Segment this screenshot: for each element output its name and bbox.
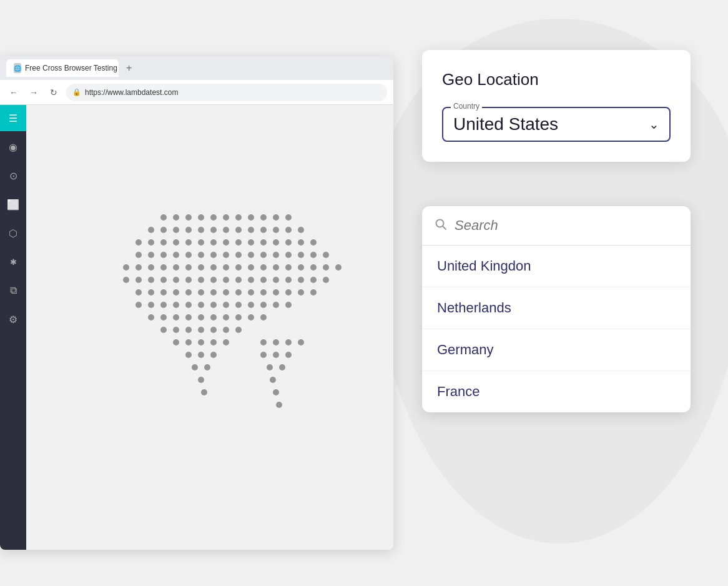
svg-point-83	[248, 277, 254, 283]
dropdown-item-uk[interactable]: United Kingdon	[422, 246, 691, 287]
svg-point-62	[210, 264, 217, 271]
dropdown-search-container	[422, 206, 691, 246]
browser-content	[26, 105, 393, 550]
svg-point-26	[160, 239, 167, 246]
svg-point-60	[185, 264, 192, 271]
address-bar[interactable]: 🔒 https://www.lambdatest.com	[66, 84, 387, 101]
svg-point-12	[160, 227, 167, 233]
svg-point-159	[436, 219, 444, 227]
sidebar-item-box[interactable]: ⬡	[0, 220, 26, 246]
country-select-wrapper[interactable]: Country United States ⌄	[442, 107, 671, 142]
svg-point-110	[198, 302, 204, 308]
svg-point-150	[192, 364, 198, 370]
layers-icon: ⧉	[10, 285, 17, 296]
lock-icon: 🔒	[72, 88, 81, 96]
svg-point-28	[185, 239, 192, 246]
country-search-input[interactable]	[455, 217, 678, 234]
browser-titlebar: 🌐 Free Cross Browser Testing Clou... ✕ +	[0, 56, 393, 80]
svg-point-22	[285, 227, 292, 233]
sidebar-item-layers[interactable]: ⧉	[0, 277, 26, 304]
svg-point-116	[273, 302, 279, 308]
svg-point-109	[185, 302, 192, 308]
svg-point-143	[298, 339, 304, 345]
browser-tab[interactable]: 🌐 Free Cross Browser Testing Clou... ✕	[6, 59, 119, 77]
svg-point-95	[198, 289, 204, 295]
svg-point-155	[270, 377, 276, 383]
dropdown-item-france[interactable]: France	[422, 371, 691, 412]
svg-point-49	[260, 252, 267, 258]
country-dropdown-list: United Kingdon Netherlands Germany Franc…	[422, 246, 691, 412]
svg-point-91	[148, 289, 154, 295]
svg-point-25	[148, 239, 154, 246]
svg-point-115	[260, 302, 267, 308]
svg-point-123	[210, 314, 217, 320]
clock-icon: ⊙	[9, 170, 17, 182]
svg-point-100	[260, 289, 267, 295]
svg-point-136	[185, 339, 192, 345]
new-tab-button[interactable]: +	[126, 62, 132, 74]
svg-point-79	[198, 277, 204, 283]
svg-point-45	[210, 252, 217, 258]
country-select[interactable]: United States ⌄	[453, 114, 659, 134]
svg-point-156	[201, 389, 207, 395]
svg-point-35	[273, 239, 279, 246]
svg-point-21	[273, 227, 279, 233]
forward-button[interactable]: →	[26, 85, 41, 100]
svg-point-89	[323, 277, 329, 283]
svg-point-8	[260, 214, 267, 221]
svg-point-36	[285, 239, 292, 246]
svg-point-90	[135, 289, 142, 295]
svg-point-10	[285, 214, 292, 221]
svg-point-118	[148, 314, 154, 320]
svg-point-34	[260, 239, 267, 246]
svg-point-4	[210, 214, 217, 221]
country-name-germany: Germany	[437, 342, 493, 357]
country-label: Country	[451, 102, 482, 111]
sidebar-item-bug[interactable]: ✱	[0, 249, 26, 275]
back-button[interactable]: ←	[6, 85, 21, 100]
svg-point-88	[310, 277, 317, 283]
svg-point-47	[235, 252, 242, 258]
sidebar-item-settings[interactable]: ⚙	[0, 306, 26, 332]
bug-icon: ✱	[10, 257, 17, 267]
svg-point-31	[223, 239, 229, 246]
svg-point-80	[210, 277, 217, 283]
svg-point-121	[185, 314, 192, 320]
sidebar-item-screenshot[interactable]: ⬜	[0, 191, 26, 217]
svg-point-74	[135, 277, 142, 283]
svg-point-46	[223, 252, 229, 258]
dropdown-item-netherlands[interactable]: Netherlands	[422, 287, 691, 329]
svg-point-20	[260, 227, 267, 233]
svg-point-99	[248, 289, 254, 295]
svg-point-9	[273, 214, 279, 221]
sidebar-item-clock[interactable]: ⊙	[0, 162, 26, 189]
menu-icon: ☰	[9, 112, 17, 124]
svg-point-44	[198, 252, 204, 258]
svg-point-29	[198, 239, 204, 246]
geo-location-card: Geo Location Country United States ⌄	[422, 50, 691, 162]
svg-point-5	[223, 214, 229, 221]
svg-point-63	[223, 264, 229, 271]
dropdown-item-germany[interactable]: Germany	[422, 329, 691, 371]
svg-point-32	[235, 239, 242, 246]
svg-point-70	[310, 264, 317, 271]
svg-point-81	[223, 277, 229, 283]
svg-point-52	[298, 252, 304, 258]
svg-point-119	[160, 314, 167, 320]
svg-point-75	[148, 277, 154, 283]
svg-point-131	[198, 327, 204, 333]
svg-point-144	[185, 352, 192, 358]
svg-point-33	[248, 239, 254, 246]
svg-point-148	[273, 352, 279, 358]
svg-point-15	[198, 227, 204, 233]
svg-point-124	[223, 314, 229, 320]
reload-button[interactable]: ↻	[46, 85, 61, 100]
sidebar-item-globe[interactable]: ◉	[0, 134, 26, 160]
sidebar-item-menu[interactable]: ☰	[0, 105, 26, 131]
svg-point-137	[198, 339, 204, 345]
svg-point-139	[223, 339, 229, 345]
svg-point-39	[135, 252, 142, 258]
svg-point-69	[298, 264, 304, 271]
svg-point-13	[173, 227, 179, 233]
globe-icon: ◉	[9, 141, 17, 153]
